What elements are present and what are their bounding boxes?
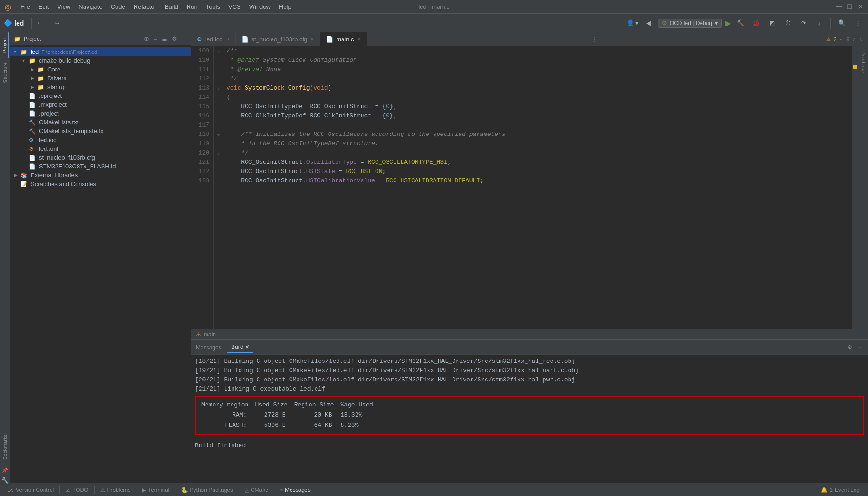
code-text: void: [227, 84, 241, 93]
tab-st-nucleo[interactable]: 📄 st_nucleo_f103rb.cfg ✕: [236, 32, 321, 46]
todo-tab[interactable]: ☑ TODO: [62, 483, 92, 496]
event-log-icon: 🔔: [821, 487, 828, 493]
menu-code[interactable]: Code: [107, 2, 129, 11]
tab-main-c[interactable]: 📄 main.c ✕: [320, 32, 367, 46]
tab-close-main-c[interactable]: ✕: [357, 36, 361, 42]
close-panel-icon[interactable]: ─: [181, 34, 187, 43]
menu-edit[interactable]: Edit: [35, 2, 52, 11]
code-editor[interactable]: 109 110 111 112 113 114 115 116 117 118 …: [191, 46, 868, 329]
size-ram: 20 KB: [294, 411, 340, 420]
tree-item-drivers[interactable]: ▶ 📁 Drivers: [10, 74, 191, 83]
debug-config-selector[interactable]: ⚙ OCD led | Debug ▾: [658, 19, 722, 28]
menu-refactor[interactable]: Refactor: [130, 2, 160, 11]
locate-icon[interactable]: ⊕: [143, 34, 150, 43]
maximize-button[interactable]: □: [847, 2, 852, 11]
menu-window[interactable]: Window: [246, 2, 274, 11]
messages-tab[interactable]: ≡ Messages: [276, 483, 314, 496]
database-label[interactable]: Database: [860, 46, 867, 77]
settings-button[interactable]: ⋮: [851, 17, 864, 30]
minimize-button[interactable]: ─: [836, 2, 842, 11]
debug-button[interactable]: 🐞: [750, 17, 763, 30]
terminal-tab[interactable]: ▶ Terminal: [138, 483, 173, 496]
structure-label[interactable]: Structure: [1, 58, 9, 88]
tree-item-cmake-build[interactable]: ▾ 📁 cmake-build-debug: [10, 56, 191, 65]
tree-item-led[interactable]: ▾ 📁 led F:\embedded\Project\led: [10, 47, 191, 56]
event-log-button[interactable]: 🔔 1 Event Log: [816, 487, 864, 493]
editor-breadcrumb: ⚠ main: [191, 329, 868, 339]
file-icon: 📄: [29, 110, 37, 117]
bookmarks-label[interactable]: Bookmarks: [1, 430, 9, 464]
bottom-tab-build[interactable]: Build ✕: [227, 342, 253, 353]
code-content[interactable]: /** * @brief System Clock Configuration …: [223, 46, 852, 329]
tree-item-label: CMakeLists_template.txt: [39, 128, 105, 135]
step-into-button[interactable]: ↓: [813, 17, 826, 30]
menu-view[interactable]: View: [53, 2, 74, 11]
collapse-icon[interactable]: ∨: [859, 36, 863, 43]
region-flash: FLASH:: [201, 421, 254, 430]
folder-icon: 📁: [20, 49, 29, 55]
code-line-109: /**: [227, 46, 849, 56]
tree-item-flash-ld[interactable]: ▶ 📄 STM32F103C8Tx_FLASH.ld: [10, 162, 191, 171]
todo-icon: ☑: [65, 487, 71, 493]
editor-area: ⚙ led.ioc ✕ 📄 st_nucleo_f103rb.cfg ✕ 📄 m…: [191, 32, 868, 339]
menu-run[interactable]: Run: [183, 2, 201, 11]
code-text: RCC_OscInitTypeDef RCC_OscInitStruct = {…: [227, 102, 397, 111]
back-button[interactable]: ⟵: [35, 17, 48, 30]
fold-icon-113[interactable]: ▿: [217, 86, 220, 91]
project-panel-label[interactable]: Project: [1, 32, 9, 58]
tree-item-startup[interactable]: ▶ 📁 startup: [10, 83, 191, 91]
tree-item-label: led: [31, 48, 39, 55]
menu-vcs[interactable]: VCS: [225, 2, 245, 11]
build-button[interactable]: 🔨: [734, 17, 747, 30]
forward-nav-button[interactable]: ↪: [50, 17, 63, 30]
pin-button[interactable]: 📌: [1, 466, 9, 474]
tree-item-scratches[interactable]: ▶ 📝 Scratches and Consoles: [10, 180, 191, 188]
tree-item-led-xml[interactable]: ▶ ⚙ led.xml: [10, 144, 191, 153]
menu-tools[interactable]: Tools: [202, 2, 224, 11]
run-button[interactable]: ▶: [725, 18, 731, 28]
expand-icon[interactable]: ∧: [852, 36, 856, 43]
tab-close-led-ioc[interactable]: ✕: [226, 36, 230, 42]
version-control-tab[interactable]: ⎇ Version Control: [4, 483, 58, 496]
window-title: led - main.c: [418, 3, 449, 10]
menu-navigate[interactable]: Navigate: [75, 2, 106, 11]
python-packages-tab[interactable]: 🐍 Python Packages: [177, 483, 237, 496]
tree-item-mxproject[interactable]: ▶ 📄 .mxproject: [10, 100, 191, 109]
editor-scrollbar[interactable]: [852, 46, 858, 329]
close-button[interactable]: ✕: [857, 2, 863, 11]
bookmark-button[interactable]: ◀: [642, 17, 655, 30]
menu-build[interactable]: Build: [161, 2, 182, 11]
fold-icon-120[interactable]: ▿: [217, 151, 220, 156]
code-text: /**: [227, 46, 237, 56]
bottom-settings-icon[interactable]: ⚙: [846, 343, 854, 352]
step-over-button[interactable]: ↷: [797, 17, 810, 30]
tree-item-project[interactable]: ▶ 📄 .project: [10, 109, 191, 118]
settings-icon[interactable]: ⚙: [171, 34, 178, 43]
problems-tab[interactable]: ⚠ Problems: [97, 483, 135, 496]
terminal-label: Terminal: [148, 487, 169, 493]
coverage-button[interactable]: ◩: [765, 17, 778, 30]
tree-item-core[interactable]: ▶ 📁 Core: [10, 65, 191, 74]
tree-item-cmakelists[interactable]: ▶ 🔨 CMakeLists.txt: [10, 118, 191, 127]
tree-item-external-libs[interactable]: ▶ 📚 External Libraries: [10, 171, 191, 180]
tab-led-ioc[interactable]: ⚙ led.ioc ✕: [191, 32, 236, 46]
menu-help[interactable]: Help: [275, 2, 295, 11]
tab-close-st-nucleo[interactable]: ✕: [310, 36, 314, 42]
fold-icon-109[interactable]: ▿: [217, 49, 220, 54]
search-everywhere-button[interactable]: 🔍: [836, 17, 849, 30]
fold-icon-118[interactable]: ▿: [217, 132, 220, 137]
title-bar: ◎ File Edit View Navigate Code Refactor …: [0, 0, 868, 14]
cmake-tab[interactable]: △ CMake: [241, 483, 272, 496]
menu-file[interactable]: File: [17, 2, 34, 11]
tree-item-st-nucleo-cfg[interactable]: ▶ 📄 st_nucleo_f103rb.cfg: [10, 153, 191, 162]
bottom-close-icon[interactable]: ─: [857, 343, 863, 352]
tree-item-led-ioc[interactable]: ▶ ⚙ led.ioc: [10, 135, 191, 144]
tree-item-cmakelists-template[interactable]: ▶ 🔨 CMakeLists_template.txt: [10, 127, 191, 135]
collapse-all-icon[interactable]: ≣: [161, 34, 168, 43]
expand-arrow: ▶: [31, 67, 37, 72]
profile-button[interactable]: ⏱: [781, 17, 794, 30]
tab-more-button[interactable]: ⋮: [588, 32, 601, 46]
expand-all-icon[interactable]: ≡: [153, 34, 158, 43]
tree-item-cproject[interactable]: ▶ 📄 .cproject: [10, 91, 191, 100]
account-button[interactable]: 👤 ▾: [626, 17, 639, 30]
